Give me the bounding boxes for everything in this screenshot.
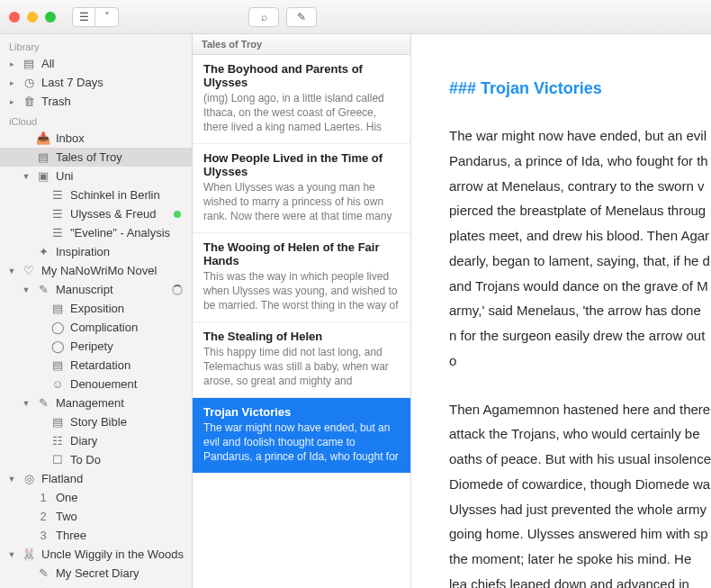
sidebar-item[interactable]: ▼◎Flatland — [0, 469, 192, 488]
sidebar-item-label: Two — [56, 510, 186, 523]
close-window-button[interactable] — [9, 12, 20, 23]
zoom-window-button[interactable] — [45, 12, 56, 23]
sidebar-item[interactable]: 2Two — [0, 507, 192, 526]
editor-heading: ### Trojan Victories — [449, 79, 711, 98]
sidebar-item-icon: 🗑 — [22, 95, 36, 108]
sidebar-item-label: Inspiration — [56, 245, 186, 258]
sidebar-item-icon: ▤ — [50, 302, 65, 315]
sidebar-item-label: Trash — [41, 95, 186, 108]
sidebar-item[interactable]: ✦Inspiration — [0, 242, 192, 261]
sidebar-item[interactable]: 📥Inbox — [0, 129, 192, 148]
disclosure-icon[interactable]: ▸ — [7, 78, 16, 87]
note-preview: This was the way in which people lived w… — [203, 269, 400, 312]
note-list-item[interactable]: Trojan VictoriesThe war might now have e… — [193, 398, 410, 474]
sidebar-toggle-group: ☰ ˅ — [72, 7, 119, 27]
search-button[interactable]: ⌕ — [248, 7, 279, 27]
sidebar-item-label: Tales of Troy — [56, 150, 186, 164]
note-list-item[interactable]: How People Lived in the Time of UlyssesW… — [193, 144, 410, 233]
sidebar-item-label: Inbox — [56, 131, 186, 145]
sidebar-item[interactable]: ▼▣Uni — [0, 167, 192, 185]
sidebar-item-icon: ▣ — [36, 169, 50, 183]
progress-ring-icon — [172, 285, 183, 295]
disclosure-icon[interactable]: ▼ — [22, 172, 31, 181]
sidebar-toggle-button[interactable]: ☰ — [72, 7, 95, 27]
sidebar-item[interactable]: ▸▤All — [0, 54, 192, 73]
sidebar-item[interactable]: ▼🐰Uncle Wiggily in the Woods — [0, 545, 192, 564]
sidebar-item-label: Ulysses & Freud — [70, 207, 168, 221]
disclosure-icon[interactable]: ▼ — [7, 267, 16, 276]
sidebar-dropdown-button[interactable]: ˅ — [95, 7, 119, 27]
sidebar-item-label: Uni — [56, 169, 186, 183]
sidebar-item[interactable]: ▤Tales of Troy — [0, 148, 192, 167]
sidebar-item-icon: ☐ — [50, 453, 65, 466]
sidebar-item-label: Manuscript — [56, 283, 166, 296]
sidebar-item-label: Uncle Wiggily in the Woods — [41, 547, 186, 561]
status-dot-icon — [174, 211, 181, 218]
note-title: The Stealing of Helen — [203, 330, 400, 343]
note-preview: This happy time did not last long, and T… — [203, 345, 400, 388]
sidebar-item-icon: ☰ — [50, 226, 65, 240]
sidebar-item-label: All — [41, 57, 186, 70]
compose-button[interactable]: ✎ — [286, 7, 317, 27]
note-list-item[interactable]: The Stealing of HelenThis happy time did… — [193, 322, 410, 398]
sidebar-item[interactable]: ▤Story Bible — [0, 412, 192, 431]
sidebar-item-label: Denouement — [70, 377, 186, 391]
sidebar-item[interactable]: ☰Schinkel in Berlin — [0, 185, 192, 204]
sidebar-item[interactable]: ☰Ulysses & Freud — [0, 204, 192, 223]
sidebar-item-icon: 📥 — [36, 131, 50, 145]
sidebar-item[interactable]: ◯Peripety — [0, 337, 192, 356]
sidebar-item-label: Story Bible — [70, 415, 186, 429]
note-list-item[interactable]: The Boyhood and Parents of Ulysses(img) … — [193, 55, 410, 144]
sidebar-item-icon: ☰ — [50, 188, 65, 202]
sidebar-item[interactable]: ✿Uncle Wiggily and the Willow Tree — [0, 583, 192, 588]
sidebar-item-icon: ▤ — [50, 358, 65, 372]
sidebar-item[interactable]: ✎My Secret Diary — [0, 564, 192, 583]
note-list-body[interactable]: The Boyhood and Parents of Ulysses(img) … — [193, 55, 410, 588]
sidebar[interactable]: Library ▸▤All▸◷Last 7 Days▸🗑Trash iCloud… — [0, 34, 193, 588]
sidebar-item[interactable]: ☷Diary — [0, 431, 192, 450]
minimize-window-button[interactable] — [27, 12, 38, 23]
editor-paragraph[interactable]: The war might now have ended, but an evi… — [449, 123, 711, 374]
disclosure-icon[interactable]: ▸ — [7, 97, 16, 106]
sidebar-item[interactable]: ▼✎Manuscript — [0, 280, 192, 299]
sidebar-item-icon: ▤ — [22, 57, 36, 70]
sidebar-item[interactable]: 1One — [0, 488, 192, 507]
sidebar-item-icon: ▤ — [36, 150, 50, 164]
sidebar-item-label: Last 7 Days — [41, 76, 186, 89]
sidebar-item[interactable]: ▤Exposition — [0, 299, 192, 318]
sidebar-item[interactable]: ▼✎Management — [0, 394, 192, 412]
disclosure-icon[interactable]: ▼ — [22, 399, 31, 408]
sidebar-item-icon: ◎ — [22, 472, 36, 485]
editor-paragraph[interactable]: Then Agamemnon hastened here and there a… — [449, 397, 711, 589]
sidebar-item-icon: ✎ — [36, 396, 50, 410]
search-icon: ⌕ — [261, 11, 267, 23]
disclosure-icon[interactable]: ▼ — [7, 475, 16, 484]
sidebar-item[interactable]: 3Three — [0, 526, 192, 545]
disclosure-icon[interactable]: ▸ — [7, 59, 16, 68]
sidebar-item[interactable]: ▼♡My NaNoWriMo Novel — [0, 261, 192, 280]
sidebar-item-label: Diary — [70, 434, 186, 448]
sidebar-item-label: Complication — [70, 321, 186, 334]
sidebar-section-header-library: Library — [0, 36, 192, 54]
disclosure-icon[interactable]: ▼ — [22, 285, 31, 294]
note-preview: (img) Long ago, in a little island calle… — [203, 91, 400, 134]
sidebar-item-label: One — [56, 491, 186, 504]
disclosure-icon[interactable]: ▼ — [7, 550, 16, 559]
sidebar-item-icon: 🐰 — [22, 547, 36, 561]
sidebar-item[interactable]: ☰"Eveline" - Analysis — [0, 223, 192, 242]
editor-body[interactable]: The war might now have ended, but an evi… — [449, 123, 711, 588]
sidebar-item-label: Peripety — [70, 339, 186, 353]
sidebar-item[interactable]: ☐To Do — [0, 450, 192, 469]
note-list-item[interactable]: The Wooing of Helen of the Fair HandsThi… — [193, 233, 410, 322]
sidebar-item[interactable]: ◯Complication — [0, 318, 192, 337]
sidebar-item[interactable]: ▸🗑Trash — [0, 92, 192, 111]
editor[interactable]: ### Trojan Victories The war might now h… — [411, 34, 711, 588]
sidebar-item-label: Retardation — [70, 358, 186, 372]
sidebar-item[interactable]: ▤Retardation — [0, 356, 192, 375]
sidebar-item-icon: ♡ — [22, 264, 36, 277]
sidebar-item[interactable]: ▸◷Last 7 Days — [0, 73, 192, 92]
sidebar-item-label: Flatland — [41, 472, 186, 485]
sidebar-item-icon: 3 — [36, 529, 50, 542]
sidebar-item-icon: ☷ — [50, 434, 65, 448]
sidebar-item[interactable]: ☺Denouement — [0, 375, 192, 394]
